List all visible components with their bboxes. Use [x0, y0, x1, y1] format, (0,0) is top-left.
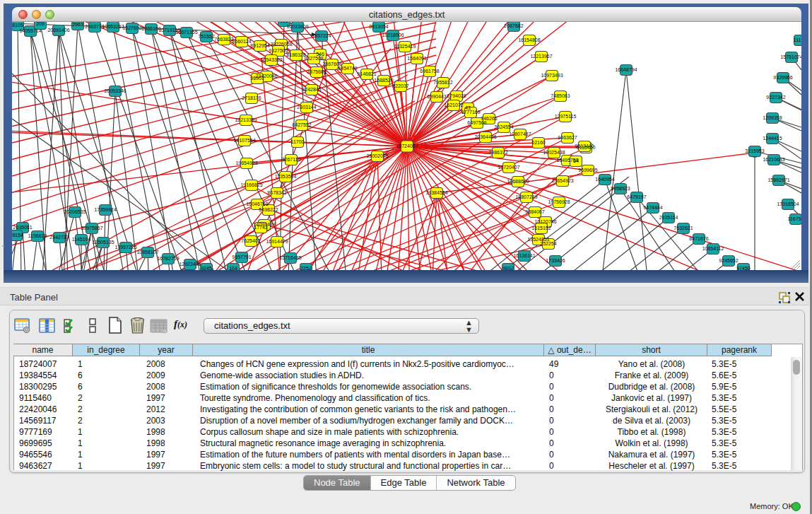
svg-text:10973493: 10973493	[541, 73, 563, 78]
svg-text:3624554: 3624554	[494, 124, 513, 129]
svg-text:8958923: 8958923	[611, 186, 630, 191]
svg-text:6497568: 6497568	[467, 120, 486, 125]
svg-text:16210643: 16210643	[763, 157, 784, 162]
svg-text:2942737: 2942737	[49, 235, 69, 240]
svg-text:9777169: 9777169	[461, 110, 480, 115]
svg-text:8813054: 8813054	[369, 24, 388, 29]
svg-text:20206535: 20206535	[64, 209, 86, 214]
svg-text:7986372: 7986372	[488, 150, 507, 155]
svg-text:15716485: 15716485	[279, 255, 301, 260]
svg-text:1733426: 1733426	[546, 258, 565, 263]
svg-text:9329966: 9329966	[773, 75, 792, 80]
svg-text:11700: 11700	[291, 139, 305, 144]
svg-text:7857224: 7857224	[312, 33, 331, 38]
svg-text:64: 64	[573, 158, 579, 163]
svg-text:2718176: 2718176	[242, 95, 261, 100]
svg-text:19756928: 19756928	[548, 199, 570, 204]
svg-text:15751074: 15751074	[780, 54, 801, 59]
svg-text:822037: 822037	[392, 83, 408, 88]
svg-text:2803144: 2803144	[297, 105, 316, 110]
svg-text:1621072: 1621072	[444, 103, 463, 107]
svg-text:8660124: 8660124	[232, 39, 251, 44]
svg-text:10807487: 10807487	[509, 132, 531, 136]
svg-text:9327508: 9327508	[304, 56, 323, 61]
svg-text:7625402: 7625402	[241, 238, 260, 243]
svg-text:19654923: 19654923	[551, 178, 573, 183]
svg-text:23226058: 23226058	[270, 42, 292, 47]
svg-text:16782759: 16782759	[157, 256, 179, 261]
svg-text:2635061: 2635061	[13, 225, 32, 230]
svg-text:8678342: 8678342	[267, 190, 286, 195]
svg-text:7955812: 7955812	[433, 80, 452, 85]
svg-text:116753: 116753	[788, 216, 801, 221]
svg-text:10688609: 10688609	[507, 179, 529, 184]
svg-text:8427552: 8427552	[292, 122, 311, 127]
svg-text:39975867: 39975867	[81, 226, 102, 230]
svg-text:10107554: 10107554	[233, 138, 255, 143]
svg-text:62160: 62160	[531, 140, 546, 145]
svg-text:1564091: 1564091	[407, 56, 426, 61]
svg-text:5498222: 5498222	[259, 207, 278, 212]
svg-text:8471676: 8471676	[689, 236, 708, 241]
svg-text:97450: 97450	[736, 266, 751, 270]
svg-text:19654923: 19654923	[235, 160, 257, 165]
svg-text:10958107: 10958107	[136, 250, 158, 255]
svg-text:16046768: 16046768	[246, 201, 268, 206]
svg-text:8186328: 8186328	[286, 52, 305, 57]
svg-text:16914479: 16914479	[266, 239, 288, 244]
svg-text:12975115: 12975115	[555, 114, 577, 119]
svg-text:15692971: 15692971	[767, 177, 789, 182]
svg-text:9513440: 9513440	[575, 144, 594, 148]
svg-text:104: 104	[229, 266, 237, 270]
svg-text:11173: 11173	[794, 37, 801, 42]
svg-text:8912954: 8912954	[250, 43, 269, 48]
svg-text:16033809: 16033809	[286, 24, 308, 29]
svg-text:3267110: 3267110	[282, 157, 301, 162]
svg-text:12505135: 12505135	[92, 240, 114, 245]
svg-text:16648794: 16648794	[615, 67, 637, 72]
svg-text:6990443: 6990443	[427, 94, 446, 99]
svg-text:9227342: 9227342	[766, 95, 785, 100]
svg-text:1527602: 1527602	[122, 25, 141, 30]
svg-text:166: 166	[280, 22, 288, 23]
svg-text:3875685: 3875685	[307, 69, 326, 74]
svg-text:8105: 8105	[12, 23, 23, 28]
svg-text:20364436: 20364436	[474, 134, 496, 139]
svg-text:7485063: 7485063	[551, 93, 570, 98]
svg-text:9245: 9245	[201, 266, 212, 270]
svg-text:19166825: 19166825	[240, 182, 262, 187]
svg-text:9327505: 9327505	[269, 48, 288, 53]
svg-text:6961758: 6961758	[420, 69, 439, 74]
svg-text:16671355: 16671355	[175, 30, 197, 35]
svg-text:15720407: 15720407	[498, 165, 519, 170]
svg-text:16543382: 16543382	[260, 57, 282, 62]
svg-text:17957225: 17957225	[114, 245, 136, 250]
svg-text:23002075: 23002075	[366, 153, 388, 158]
svg-text:12923446: 12923446	[179, 262, 201, 267]
svg-text:6794028: 6794028	[447, 93, 466, 98]
svg-text:9892: 9892	[502, 266, 514, 270]
svg-text:7632621: 7632621	[673, 226, 693, 230]
svg-text:7663822: 7663822	[214, 37, 233, 42]
svg-text:1209358: 1209358	[763, 115, 782, 120]
svg-text:252254: 252254	[540, 241, 556, 246]
svg-text:10653267: 10653267	[102, 24, 124, 29]
svg-text:1145194: 1145194	[72, 237, 91, 242]
svg-text:1244415: 1244415	[763, 136, 782, 141]
svg-text:1615152: 1615152	[531, 226, 551, 230]
svg-text:1588520: 1588520	[374, 78, 393, 83]
svg-text:9242845: 9242845	[302, 87, 321, 92]
svg-text:18724007: 18724007	[396, 144, 418, 148]
svg-text:209: 209	[36, 22, 45, 26]
svg-text:6479197: 6479197	[627, 194, 646, 199]
svg-text:1640954: 1640954	[595, 177, 614, 182]
svg-text:17016504: 17016504	[777, 201, 799, 206]
svg-text:2252: 2252	[300, 266, 312, 270]
svg-text:17743: 17743	[254, 225, 268, 230]
svg-text:16136141: 16136141	[513, 253, 535, 258]
svg-text:16154808: 16154808	[518, 37, 540, 42]
svg-text:9884067: 9884067	[525, 209, 544, 214]
svg-text:19218506: 19218506	[382, 33, 404, 37]
svg-text:14055714: 14055714	[19, 28, 41, 33]
svg-text:19384554: 19384554	[425, 190, 447, 195]
